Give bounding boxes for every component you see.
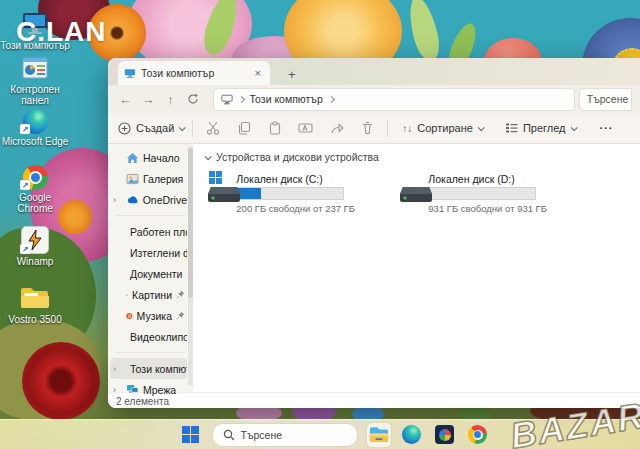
photos-icon [435, 425, 454, 444]
taskbar-search[interactable]: Търсене [212, 423, 358, 447]
sidebar-item-label: Този компютър [130, 363, 187, 375]
tab-title: Този компютър [141, 67, 214, 79]
expand-chevron-icon[interactable]: › [113, 364, 116, 374]
sidebar-item-label: Документи [130, 268, 182, 280]
pin-icon [186, 269, 187, 278]
refresh-icon[interactable] [184, 89, 203, 109]
desktop-icon-control-panel[interactable]: Контролен панел [0, 54, 70, 106]
sidebar-item-gallery[interactable]: Галерия [110, 168, 187, 189]
desktop-icon-edge[interactable]: ↗ Microsoft Edge [0, 108, 70, 147]
sidebar-item-label: OneDrive [143, 194, 187, 206]
sort-button-label: Сортиране [417, 122, 473, 134]
this-pc-icon [124, 68, 136, 79]
sidebar-item-home[interactable]: Начало [110, 147, 187, 168]
divider [116, 215, 185, 216]
desktop-icon-chrome[interactable]: ↗ Google Chrome [0, 164, 70, 214]
forward-icon[interactable]: → [139, 89, 158, 109]
desktop-icon-vostro-folder[interactable]: Vostro 3500 [0, 284, 70, 325]
expand-chevron-icon[interactable]: › [113, 195, 116, 205]
explorer-icon [369, 426, 389, 443]
sidebar-item-desktop[interactable]: Работен пло [110, 221, 187, 242]
gallery-icon [126, 173, 139, 185]
pin-icon [176, 290, 185, 299]
start-button[interactable] [179, 423, 203, 447]
desktop-icon-label: Winamp [0, 256, 70, 267]
sort-icon: ↑↓ [402, 123, 412, 134]
view-button-label: Преглед [523, 122, 566, 134]
taskbar-search-placeholder: Търсене [241, 429, 283, 441]
tab-close-icon[interactable]: × [252, 67, 264, 79]
sidebar-item-this-pc[interactable]: › Този компютър [110, 358, 187, 379]
sidebar-item-pictures[interactable]: Картини [110, 284, 187, 305]
shortcut-arrow-icon: ↗ [20, 124, 30, 134]
group-header[interactable]: Устройства и дискови устройства [193, 144, 640, 163]
expand-chevron-icon[interactable]: › [113, 385, 116, 395]
up-icon[interactable]: ↑ [161, 89, 180, 109]
explorer-tab[interactable]: Този компютър × [118, 61, 270, 85]
chrome-icon [468, 425, 487, 444]
drive-d-tile[interactable]: Локален диск (D:) 931 ГБ свободни от 931… [399, 173, 547, 214]
rename-icon[interactable] [297, 120, 314, 137]
tab-bar: Този компютър × + [108, 58, 640, 85]
shortcut-arrow-icon: ↗ [20, 244, 30, 254]
taskbar-explorer-button[interactable] [367, 423, 391, 447]
taskbar-photos-button[interactable] [433, 423, 457, 447]
new-tab-button[interactable]: + [282, 67, 302, 85]
collapse-chevron-icon[interactable] [205, 153, 212, 160]
drive-capacity-bar [236, 187, 344, 200]
divider [192, 120, 193, 137]
search-icon [223, 429, 235, 441]
status-bar: 2 елемента [108, 392, 640, 408]
search-placeholder: Търсене [587, 93, 629, 105]
desktop-icon-winamp[interactable]: ↗ Winamp [0, 226, 70, 267]
drive-free-text: 200 ГБ свободни от 237 ГБ [236, 203, 355, 214]
sidebar-item-label: Работен пло [130, 226, 187, 238]
more-button[interactable]: ··· [600, 122, 614, 134]
sidebar-item-videos[interactable]: Видеоклипо [110, 326, 187, 347]
sidebar-item-downloads[interactable]: Изтеглени ф [110, 242, 187, 263]
pin-icon [176, 311, 185, 320]
pictures-icon [126, 289, 128, 301]
network-icon [126, 384, 139, 395]
paste-icon[interactable] [266, 120, 283, 137]
sidebar-item-onedrive[interactable]: › OneDrive [110, 189, 187, 210]
sort-button[interactable]: ↑↓ Сортиране [402, 122, 483, 134]
drive-name: Локален диск (C:) [236, 173, 355, 185]
navigation-pane: Начало Галерия › OneDrive Работен пло [108, 144, 193, 392]
new-button[interactable]: Създай [118, 122, 184, 135]
address-box[interactable]: Този компютър [213, 88, 575, 111]
command-bar: Създай ↑↓ [108, 113, 640, 144]
search-input[interactable]: Търсене [579, 88, 632, 111]
drive-name: Локален диск (D:) [428, 173, 547, 185]
breadcrumb-chevron-icon [237, 95, 244, 102]
view-button[interactable]: Преглед [505, 122, 576, 134]
breadcrumb-chevron-icon [328, 95, 335, 102]
new-button-label: Създай [136, 122, 174, 134]
sidebar-item-network[interactable]: › Мрежа [110, 379, 187, 400]
sidebar-item-label: Мрежа [143, 384, 176, 396]
cut-icon[interactable] [204, 120, 221, 137]
sidebar-item-label: Видеоклипо [130, 331, 187, 343]
watermark-clan: C.LAN [16, 16, 107, 48]
taskbar-chrome-button[interactable] [466, 423, 490, 447]
copy-icon[interactable] [235, 120, 252, 137]
taskbar-edge-button[interactable] [400, 423, 424, 447]
shortcut-arrow-icon: ↗ [20, 180, 30, 190]
desktop-icon-label: Vostro 3500 [0, 314, 70, 325]
content-pane: Устройства и дискови устройства Локален … [193, 144, 640, 392]
desktop-icon-label: Microsoft Edge [0, 136, 70, 147]
back-icon[interactable]: ← [116, 89, 135, 109]
sidebar-item-music[interactable]: Музика [110, 305, 187, 326]
view-icon [505, 122, 518, 134]
music-icon [126, 310, 133, 322]
chevron-down-icon [179, 124, 186, 131]
edge-icon: ↗ [20, 108, 50, 134]
edge-icon [402, 425, 421, 444]
sidebar-item-documents[interactable]: Документи [110, 263, 187, 284]
desktop-icon-label: Контролен панел [0, 84, 70, 106]
drive-c-tile[interactable]: Локален диск (C:) 200 ГБ свободни от 237… [207, 173, 355, 214]
wallpaper-flower [22, 342, 100, 420]
breadcrumb[interactable]: Този компютър [250, 93, 323, 105]
delete-icon[interactable] [359, 120, 376, 137]
share-icon[interactable] [328, 120, 345, 137]
